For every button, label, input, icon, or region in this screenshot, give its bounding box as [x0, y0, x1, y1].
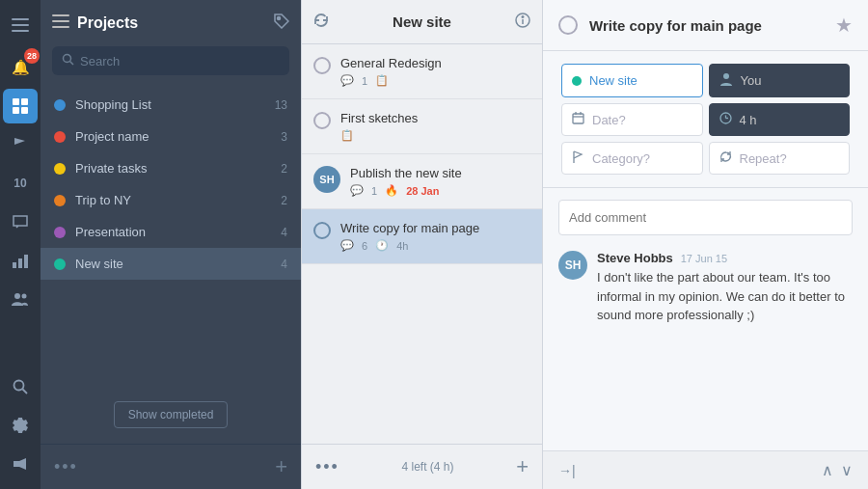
footer-status: 4 left (4 h) — [402, 460, 454, 474]
clock-detail-icon — [719, 112, 732, 127]
search-input[interactable] — [80, 54, 280, 68]
svg-rect-8 — [18, 258, 22, 268]
task-circle[interactable] — [313, 57, 331, 74]
svg-rect-24 — [573, 114, 583, 123]
notification-icon[interactable]: 🔔 28 — [3, 50, 38, 85]
chat-icon[interactable] — [3, 204, 38, 239]
project-item-private-tasks[interactable]: Private tasks 2 — [41, 152, 301, 184]
project-dot — [54, 163, 66, 175]
category-field[interactable]: Category? — [561, 142, 703, 175]
add-comment-input[interactable] — [569, 210, 842, 225]
project-item-trip-to-ny[interactable]: Trip to NY 2 — [41, 184, 301, 216]
repeat-field[interactable]: Repeat? — [709, 142, 851, 175]
down-arrow[interactable]: ∨ — [841, 461, 853, 479]
assignee-field[interactable]: You — [709, 64, 851, 97]
project-item-project-name[interactable]: Project name 3 — [41, 121, 301, 152]
clock-icon: 🕐 — [375, 239, 389, 252]
show-completed-button[interactable]: Show completed — [114, 401, 229, 428]
sync-icon[interactable] — [313, 13, 329, 32]
task-item-general-redesign[interactable]: General Redesign 💬 1 📋 — [302, 44, 542, 99]
middle-header: New site — [302, 0, 542, 44]
svg-rect-6 — [21, 107, 28, 114]
add-task-button[interactable]: + — [516, 454, 529, 479]
megaphone-icon[interactable] — [3, 447, 38, 481]
star-icon[interactable]: ★ — [835, 14, 853, 37]
task-circle[interactable] — [313, 222, 331, 239]
svg-rect-16 — [52, 26, 69, 28]
task-item-publish-new-site[interactable]: SH Publish the new site 💬 1 🔥 28 Jan — [302, 154, 542, 209]
task-meta: 💬 1 📋 — [340, 74, 530, 87]
assignee-value: You — [741, 73, 762, 88]
search-bar — [52, 46, 289, 75]
task-date: 28 Jan — [406, 185, 439, 197]
task-list: General Redesign 💬 1 📋 First sketches 📋 … — [302, 44, 542, 444]
calendar-icon[interactable]: 10 — [3, 166, 38, 201]
chart-icon[interactable] — [3, 243, 38, 278]
project-field[interactable]: New site — [561, 64, 703, 97]
project-count: 13 — [275, 98, 287, 112]
svg-point-10 — [14, 293, 20, 299]
svg-point-11 — [22, 294, 27, 299]
people-icon[interactable] — [3, 282, 38, 316]
detail-grid: New site You Date? — [543, 51, 868, 188]
project-item-shopping-list[interactable]: Shopping List 13 — [41, 89, 301, 121]
project-name: New site — [75, 257, 271, 271]
repeat-placeholder: Repeat? — [740, 151, 787, 166]
add-project-button[interactable]: + — [275, 454, 287, 479]
task-circle[interactable] — [313, 112, 331, 129]
flag-icon[interactable] — [3, 127, 38, 162]
menu-icon[interactable] — [3, 8, 38, 42]
calendar-detail-icon — [572, 112, 584, 127]
task-item-first-sketches[interactable]: First sketches 📋 — [302, 99, 542, 154]
category-placeholder: Category? — [592, 151, 650, 166]
svg-point-17 — [278, 17, 281, 20]
project-item-new-site[interactable]: New site 4 — [41, 248, 301, 280]
project-name: Private tasks — [75, 161, 271, 176]
project-count: 2 — [281, 194, 287, 207]
comment-icon: 💬 — [340, 239, 354, 252]
date-field[interactable]: Date? — [561, 103, 703, 136]
project-count: 4 — [281, 226, 287, 239]
comment-section: SH Steve Hobbs 17 Jun 15 I don't like th… — [543, 188, 868, 450]
project-dot — [54, 195, 66, 206]
tag-icon[interactable] — [274, 14, 289, 33]
bottom-dots[interactable]: ••• — [54, 457, 78, 477]
task-avatar: SH — [313, 166, 340, 193]
indent-icon: →| — [558, 463, 576, 478]
svg-rect-14 — [52, 14, 69, 16]
task-item-write-copy[interactable]: Write copy for main page 💬 6 🕐 4h — [302, 209, 542, 264]
person-icon — [719, 72, 733, 89]
task-meta: 💬 6 🕐 4h — [340, 239, 530, 252]
project-dot — [54, 227, 66, 238]
svg-rect-7 — [13, 262, 16, 268]
up-arrow[interactable]: ∧ — [822, 461, 833, 479]
middle-bottom-dots[interactable]: ••• — [315, 457, 339, 477]
left-panel-bottom-bar: ••• + — [41, 444, 301, 489]
duration-field[interactable]: 4 h — [709, 103, 851, 136]
middle-panel: New site General Redesign 💬 1 📋 — [301, 0, 542, 489]
svg-rect-5 — [13, 107, 19, 114]
project-dot — [54, 258, 66, 270]
right-footer: →| ∧ ∨ — [543, 450, 868, 489]
hamburger-icon[interactable] — [52, 14, 69, 32]
project-name: Shopping List — [75, 97, 265, 112]
chat-icon: 📋 — [340, 129, 354, 142]
projects-nav-icon[interactable] — [3, 89, 38, 123]
search-sidebar-icon[interactable] — [3, 369, 38, 404]
search-icon — [62, 53, 74, 68]
task-content: General Redesign 💬 1 📋 — [340, 56, 530, 87]
svg-rect-4 — [21, 98, 28, 105]
info-icon[interactable] — [515, 13, 530, 32]
add-comment-field[interactable] — [558, 200, 853, 235]
task-name: First sketches — [340, 111, 530, 125]
svg-rect-0 — [12, 18, 29, 20]
task-check-circle[interactable] — [558, 15, 578, 35]
indent-button[interactable]: →| — [558, 463, 576, 478]
project-dot-filled — [572, 76, 582, 86]
task-content: First sketches 📋 — [340, 111, 530, 142]
date-placeholder: Date? — [592, 113, 626, 127]
settings-icon[interactable] — [3, 408, 38, 443]
nav-arrows: ∧ ∨ — [822, 461, 853, 479]
project-item-presentation[interactable]: Presentation 4 — [41, 216, 301, 248]
fire-icon: 🔥 — [385, 184, 398, 197]
